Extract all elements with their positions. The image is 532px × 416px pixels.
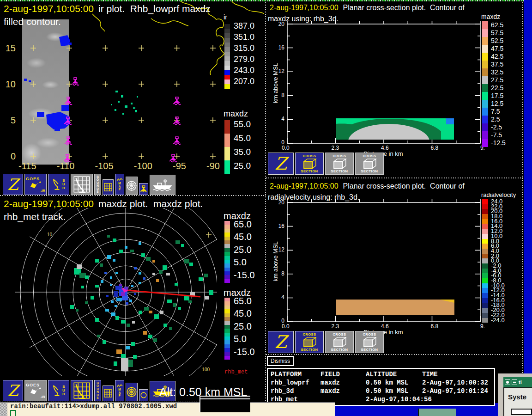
cross-section-button-1[interactable]: CROSSSECTION <box>295 153 324 175</box>
ir-timestamp: 2-aug-1997,10:05:00 <box>4 3 94 14</box>
colorbar-entry: -7.5 <box>482 131 506 139</box>
map-button[interactable]: MAP <box>115 380 124 401</box>
tick-label: 20 <box>278 199 284 206</box>
window-doc-icon[interactable] <box>512 379 517 385</box>
status-cell: TIME <box>422 370 491 379</box>
status-cell: 2-Aug-97,10:04:56 <box>366 395 422 404</box>
grid-button[interactable] <box>103 385 114 401</box>
colorbar-segment <box>224 279 230 283</box>
time-window-titlebar[interactable]: ti <box>503 377 532 387</box>
zebra-button[interactable]: Z <box>268 153 294 175</box>
colorbar-label: 35.0 <box>234 145 251 159</box>
radar-grid-button[interactable] <box>71 380 93 401</box>
window-menu-icon[interactable] <box>505 379 510 385</box>
ship-button[interactable] <box>150 175 175 195</box>
radar-grid-button[interactable] <box>71 174 93 195</box>
terminal-text-area[interactable]: rain:beaufait:114>xdump.all 970802.1005.… <box>7 403 335 416</box>
colorbar-entry: 47.5 <box>482 45 506 53</box>
colorbar-label: -15.0 <box>234 269 255 281</box>
surveillance-button[interactable]: SUR <box>48 380 69 401</box>
colorbar-segment <box>224 47 230 52</box>
buoy-button[interactable] <box>139 183 148 195</box>
tick-label: 16 <box>278 44 284 51</box>
colorbar-label: 45.0 <box>234 307 255 320</box>
colorbar-entry: 37.5 <box>482 61 506 68</box>
ir-panel-title-2: filled contour. <box>4 15 61 28</box>
colorbar-segment <box>224 29 230 33</box>
zebra-logo-icon: Z <box>275 155 287 172</box>
tick-label: -100 <box>134 161 152 171</box>
colorbar-label: 243.0 <box>234 65 254 76</box>
zebra-button[interactable]: Z <box>268 331 294 353</box>
cross-section-button-3[interactable]: CROSSSECTION <box>355 331 384 353</box>
tick-label: 0.0 <box>282 323 290 330</box>
zebra-button[interactable]: Z <box>3 380 23 401</box>
terminal-window[interactable]: rain:beaufait:114>xdump.all 970802.1005.… <box>0 402 335 416</box>
terminal-scrollbar[interactable] <box>0 403 7 416</box>
grid-button[interactable] <box>103 179 114 195</box>
map-label: MAP <box>118 388 121 398</box>
surveillance-button[interactable]: SUR <box>48 174 69 195</box>
map-button[interactable]: MAP <box>115 174 124 195</box>
rings-button[interactable] <box>126 177 138 195</box>
goes-ir-button[interactable]: GOES.IR <box>24 174 47 195</box>
cross-section-button-2[interactable]: CROSSSECTION <box>325 331 354 353</box>
cross-section-button-2[interactable]: CROSSSECTION <box>325 153 354 175</box>
tick-label: -110 <box>57 161 75 171</box>
circle-button[interactable] <box>139 389 148 401</box>
colorbar-title: radialvelocity <box>481 191 516 198</box>
colorbar-segment <box>224 317 230 321</box>
colorbar-segment <box>224 348 230 352</box>
colorbar-segment <box>224 24 230 29</box>
colorbar-segment <box>224 333 230 336</box>
colorbar-segment <box>224 263 230 267</box>
dismiss-button[interactable]: Dismiss <box>267 356 294 366</box>
colorbar-segment <box>224 66 230 70</box>
cross-label: CROSS <box>363 154 376 158</box>
colorbar-segment <box>224 240 230 244</box>
colorbar-segment <box>224 134 230 147</box>
colorbar-segment <box>224 225 230 228</box>
xsec-maxdz-timestamp: 2-aug-1997,10:05:00 <box>270 4 339 12</box>
tick-label: -95 <box>173 161 186 171</box>
colorbar-segment <box>224 232 230 236</box>
status-cell: 0.50 km MSL <box>366 387 422 395</box>
colorbar-segment <box>224 221 230 225</box>
bounds-button[interactable]: BOUNDS <box>94 174 101 195</box>
colorbar-entry: -24.0 <box>482 318 505 323</box>
colorbar-entry: 27.5 <box>482 76 506 84</box>
colorbar-segment <box>224 43 230 47</box>
cross-section-button-3[interactable]: CROSSSECTION <box>355 153 384 175</box>
zebra-button[interactable]: Z <box>3 174 23 195</box>
xsec-radial-title: 2-aug-1997,10:05:00Planar cross-section … <box>270 180 465 192</box>
xsec-maxdz-title-text: Planar cross-section plot. Contour of <box>343 4 465 12</box>
zebra-logo-icon: Z <box>7 383 18 398</box>
tick-label: 0 <box>11 151 16 162</box>
cross-label: CROSS <box>363 332 376 336</box>
tick-label: -115 <box>18 161 36 171</box>
colorbar-segment <box>224 313 230 317</box>
colorbar-label: 45.0 <box>234 231 255 243</box>
section-label: SECTION <box>301 169 318 173</box>
bounds-button[interactable]: BOUNDS <box>94 380 101 401</box>
tick-label: 20 <box>278 21 284 27</box>
colorbar-label: 25.0 <box>234 244 255 256</box>
colorbar-segment <box>224 260 230 263</box>
radar-grid-icon <box>73 382 91 399</box>
colorbar-entry: 57.5 <box>482 29 506 37</box>
cross-section-button-1[interactable]: CROSSSECTION <box>295 331 324 353</box>
system-window-field[interactable] <box>511 409 532 415</box>
zebra-logo-icon: Z <box>7 177 18 192</box>
ir-sublabel: .IR <box>41 189 45 193</box>
rings-button[interactable] <box>126 383 138 401</box>
colorbar-label: -15.0 <box>234 346 255 358</box>
cube-icon <box>332 336 347 348</box>
status-cell: rhb_lowprf <box>271 379 320 387</box>
colorbar-entry: 2.5 <box>482 116 506 123</box>
colorbar-segment <box>224 356 230 360</box>
colorbar-segment <box>224 275 230 279</box>
radar-antenna-icon <box>52 178 61 191</box>
goes-label: GOES <box>26 383 40 387</box>
terminal-cursor <box>10 410 16 416</box>
goes-ir-button[interactable]: GOES.IR <box>24 380 47 401</box>
